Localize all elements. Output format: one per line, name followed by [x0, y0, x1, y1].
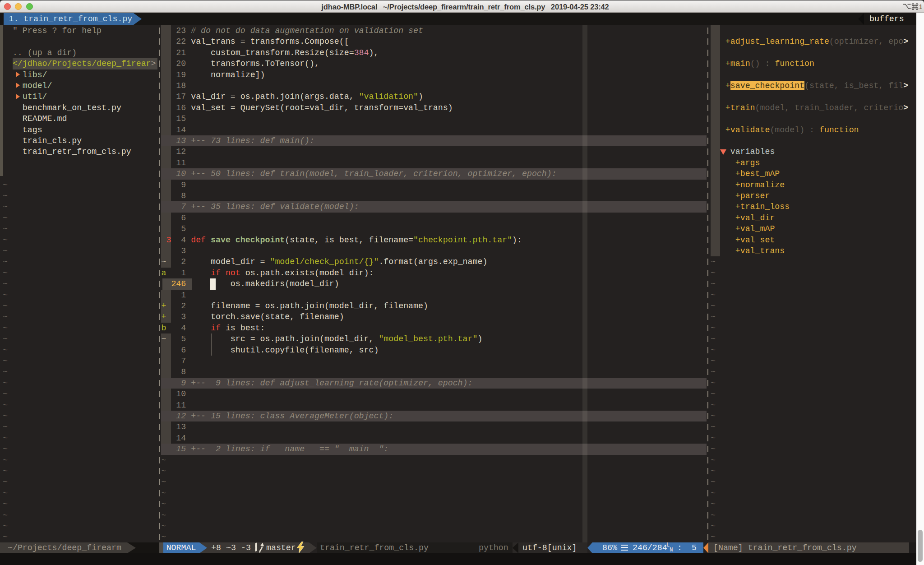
svg-text:1: 1 — [919, 3, 922, 10]
